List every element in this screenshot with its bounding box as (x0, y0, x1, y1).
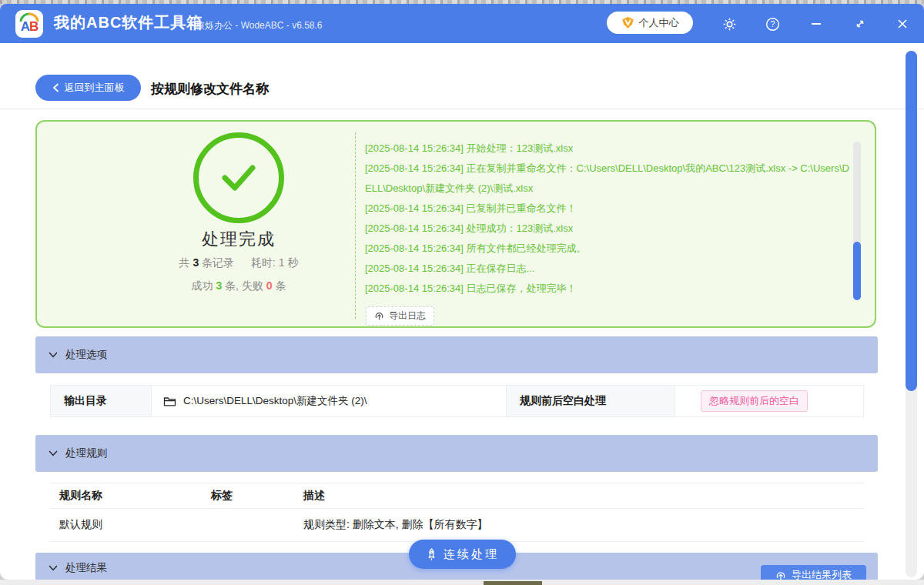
col-header-rule-name: 规则名称 (50, 483, 202, 508)
rule-description-cell: 规则类型: 删除文本, 删除【所有数字】 (294, 509, 864, 541)
resize-icon (854, 18, 866, 30)
table-header-row: 规则名称 标签 描述 (50, 483, 864, 509)
log-line: [2025-08-14 15:26:34] 已复制并已重命名文件！ (365, 199, 850, 219)
chevron-down-icon (49, 352, 58, 358)
chevron-down-icon (49, 565, 58, 571)
status-title: 处理完成 (123, 228, 354, 251)
continue-button-label: 连续处理 (444, 547, 499, 562)
rocket-icon (426, 548, 437, 561)
success-count: 3 (216, 279, 222, 292)
main-scrollbar-track[interactable] (906, 51, 917, 577)
rule-tag-cell (202, 509, 294, 541)
divider (0, 109, 924, 109)
page-title: 按规则修改文件名称 (151, 80, 269, 98)
log-line: [2025-08-14 15:26:34] 处理成功：123测试.xlsx (365, 219, 850, 239)
table-row: 默认规则 规则类型: 删除文本, 删除【所有数字】 (50, 509, 864, 542)
upload-icon (775, 570, 786, 580)
app-title: 我的ABC软件工具箱 (54, 12, 203, 33)
export-result-list-button[interactable]: 导出结果列表 (761, 565, 866, 580)
options-row: 输出目录 C:\Users\DELL\Desktop\新建文件夹 (2)\ 规则… (50, 385, 864, 417)
settings-button[interactable] (721, 15, 738, 32)
whitespace-value: 忽略规则前后的空白 (675, 386, 863, 416)
help-icon: ? (765, 17, 780, 32)
title-bar: AB 我的ABC软件工具箱 核烁办公 - WodeABC - v6.58.6 个… (0, 4, 924, 43)
panel-dashed-divider (355, 132, 356, 319)
output-dir-path: C:\Users\DELL\Desktop\新建文件夹 (2)\ (183, 394, 367, 408)
app-subtitle: 核烁办公 - WodeABC - v6.58.6 (196, 19, 323, 32)
check-icon (217, 161, 260, 195)
log-line: [2025-08-14 15:26:34] 正在复制并重命名文件：C:\User… (365, 159, 850, 199)
log-line: [2025-08-14 15:26:34] 开始处理：123测试.xlsx (365, 139, 850, 159)
continue-processing-button[interactable]: 连续处理 (409, 540, 516, 569)
rule-name-cell: 默认规则 (50, 509, 202, 541)
export-result-label: 导出结果列表 (792, 568, 852, 580)
user-center-label: 个人中心 (639, 16, 679, 30)
log-viewport: [2025-08-14 15:26:34] 开始处理：123测试.xlsx [2… (365, 139, 850, 299)
svg-text:?: ? (770, 19, 775, 28)
success-circle (193, 132, 284, 223)
app-window: AB 我的ABC软件工具箱 核烁办公 - WodeABC - v6.58.6 个… (0, 4, 924, 580)
back-to-dashboard-button[interactable]: 返回到主面板 (35, 75, 141, 101)
log-line: [2025-08-14 15:26:34] 日志已保存，处理完毕！ (365, 279, 850, 299)
minimize-button[interactable] (808, 15, 825, 32)
log-scrollbar-track[interactable] (853, 142, 861, 300)
whitespace-badge: 忽略规则前后的空白 (701, 390, 808, 412)
close-icon (896, 18, 909, 30)
log-line: [2025-08-14 15:26:34] 正在保存日志... (365, 259, 850, 279)
col-header-tag: 标签 (202, 483, 294, 508)
section-header-options[interactable]: 处理选项 (35, 336, 878, 373)
section-title: 处理结果 (65, 561, 107, 575)
close-button[interactable] (894, 15, 911, 32)
folder-icon (163, 396, 176, 407)
help-button[interactable]: ? (764, 15, 781, 32)
back-chevron-icon (52, 83, 59, 92)
logo-arc-icon (18, 12, 40, 22)
app-logo: AB (15, 10, 43, 38)
user-center-button[interactable]: 个人中心 (607, 12, 693, 34)
output-dir-label: 输出目录 (51, 386, 152, 416)
stats-success-fail: 成功 3 条, 失败 0 条 (85, 279, 393, 293)
section-title: 处理规则 (65, 446, 107, 460)
elapsed-time: 耗时: 1 秒 (251, 256, 298, 269)
result-panel: 处理完成 共 3 条记录 耗时: 1 秒 成功 3 条, 失败 0 条 [202… (35, 120, 876, 328)
vip-badge-icon (621, 16, 634, 29)
desktop-sliver-bottom (0, 580, 924, 585)
log-scrollbar-thumb[interactable] (853, 242, 861, 300)
screen: AB 我的ABC软件工具箱 核烁办公 - WodeABC - v6.58.6 个… (0, 0, 924, 585)
section-title: 处理选项 (65, 348, 107, 362)
desktop-sliver-detail (484, 581, 542, 585)
minimize-icon (810, 18, 822, 30)
back-button-label: 返回到主面板 (65, 81, 125, 95)
col-header-description: 描述 (294, 483, 864, 508)
main-scrollbar-thumb[interactable] (906, 51, 917, 391)
logo-text: AB (21, 20, 38, 38)
export-log-label: 导出日志 (389, 309, 426, 323)
upload-icon (374, 311, 384, 321)
log-line: [2025-08-14 15:26:34] 所有文件都已经处理完成。 (365, 239, 850, 259)
output-dir-value: C:\Users\DELL\Desktop\新建文件夹 (2)\ (152, 386, 506, 416)
stats-total: 共 3 条记录 耗时: 1 秒 (85, 256, 393, 270)
chevron-down-icon (49, 450, 58, 456)
fail-count: 0 (266, 279, 273, 292)
section-header-rules[interactable]: 处理规则 (35, 435, 878, 472)
gear-icon (722, 17, 737, 32)
resize-button[interactable] (852, 15, 869, 32)
whitespace-label: 规则前后空白处理 (506, 386, 675, 416)
total-count: 3 (192, 256, 199, 269)
export-log-button[interactable]: 导出日志 (366, 306, 434, 326)
rules-table: 规则名称 标签 描述 默认规则 规则类型: 删除文本, 删除【所有数字】 (50, 483, 864, 542)
